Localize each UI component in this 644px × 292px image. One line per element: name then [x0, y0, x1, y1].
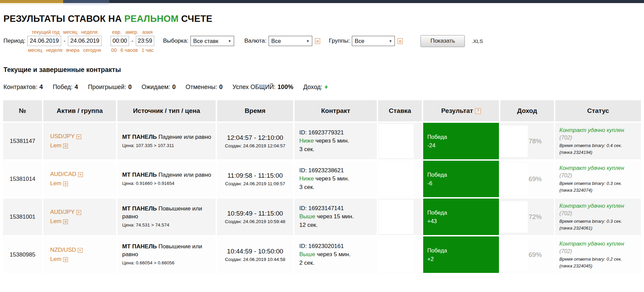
quick-link-eur-session[interactable]: евр. [112, 29, 122, 35]
stake-cover-box [378, 124, 414, 158]
direction: Выше [299, 213, 315, 220]
quick-link-week-top[interactable]: неделя [81, 29, 98, 35]
contract-id: ID: 16923020161 [299, 242, 377, 251]
quick-link-month-top[interactable]: месяц [63, 29, 77, 35]
groups-select[interactable]: Все ▼ [352, 36, 395, 46]
time-range: 10:59:49 - 11:15:00 [217, 210, 293, 217]
result-label: Победа [427, 246, 499, 255]
col-header-result: Результат? [423, 100, 499, 121]
status-cell: Контракт удачно куплен (702) Время ответ… [555, 123, 641, 159]
help-icon[interactable]: ? [475, 108, 481, 114]
result-value: -6 [427, 179, 499, 188]
col-header-income: Доход [500, 100, 554, 121]
group-list-icon[interactable]: ≡ [63, 144, 68, 148]
source-cell: МТ ПАНЕЛЬ Повышение или равно Цена: 74.5… [117, 199, 216, 235]
groups-list-icon[interactable]: ≡ [398, 38, 403, 44]
active-tab-bar [0, 0, 63, 3]
group-link[interactable]: Lem [50, 180, 61, 187]
time-inputs: - [111, 36, 154, 46]
contract-cell: ID: 16923779321 Ниже через 5 мин. 3 сек. [295, 123, 377, 159]
status-batch: (пачка 2324061) [559, 225, 641, 231]
date-from-input[interactable] [27, 36, 61, 46]
browser-frame-bar [109, 0, 644, 3]
contract-id: ID: 16923147141 [299, 204, 377, 213]
status-code: (702) [559, 172, 641, 179]
status-cell: Контракт удачно куплен (702) Время ответ… [555, 199, 641, 235]
source-name: МТ ПАНЕЛЬ [122, 134, 157, 140]
expand-plus-icon[interactable]: + [78, 248, 83, 253]
expand-plus-icon[interactable]: + [76, 134, 81, 139]
stat-wins: Побед:4 [53, 84, 78, 91]
price-range: Цена: 0.66054 > 0.66056 [122, 260, 212, 266]
group-link[interactable]: Lem [50, 256, 61, 262]
show-button[interactable]: Показать [420, 35, 465, 47]
status-link[interactable]: Контракт удачно куплен [559, 240, 641, 248]
quick-link-00[interactable]: 00 [111, 47, 117, 53]
result-cell: Победа -6 [423, 161, 499, 197]
status-link[interactable]: Контракт удачно куплен [559, 202, 641, 210]
date-to-input[interactable] [68, 36, 102, 46]
inactive-tab-bar [63, 0, 109, 3]
group-link[interactable]: Lem [50, 218, 61, 224]
quick-link-6hours[interactable]: 6 часов [120, 47, 138, 53]
group-list-icon[interactable]: ≡ [63, 181, 68, 186]
price-range: Цена: 107.335 > 107.311 [122, 143, 212, 149]
status-response-time: Время ответа binary: 0.3 сек. [559, 218, 641, 224]
date-quick-links-bottom: месяц неделя вчера сегодня [28, 47, 101, 53]
section-title: Текущие и завершенные контракты [3, 66, 644, 74]
currency-label: Валюта: [244, 38, 267, 44]
currency-list-icon[interactable]: ≡ [315, 38, 320, 44]
time-to-input[interactable] [136, 36, 154, 46]
direction: Выше [299, 251, 315, 258]
asset-link[interactable]: AUD/CAD [50, 171, 76, 177]
status-link[interactable]: Контракт удачно куплен [559, 164, 641, 172]
currency-select[interactable]: Все ▼ [269, 36, 312, 46]
source-cell: МТ ПАНЕЛЬ Падение или равно Цена: 0.9166… [117, 161, 216, 197]
asset-cell: AUD/CAD+ Lem≡ [43, 161, 116, 197]
title-pre: РЕЗУЛЬТАТЫ СТАВОК НА [3, 14, 122, 24]
income-cell: 72% [500, 199, 554, 235]
result-value: +43 [427, 217, 499, 225]
sample-label: Выборка: [163, 38, 188, 44]
quick-link-yesterday[interactable]: вчера [66, 47, 80, 53]
income-cell: 69% [500, 161, 554, 197]
time-quick-links-top: евр. амер. азия [112, 29, 153, 35]
quick-link-asia-session[interactable]: азия [142, 29, 153, 35]
quick-link-week[interactable]: неделя [46, 47, 62, 53]
asset-cell: AUD/JPY+ Lem≡ [43, 199, 116, 235]
result-cell: Победа +43 [423, 199, 499, 235]
contract-number: 15380985 [3, 236, 42, 273]
group-link[interactable]: Lem [50, 142, 61, 149]
sample-select[interactable]: Все ставк ▼ [190, 36, 234, 46]
quick-link-month[interactable]: месяц [28, 47, 42, 53]
status-link[interactable]: Контракт удачно куплен [559, 127, 641, 134]
group-list-icon[interactable]: ≡ [63, 219, 68, 224]
quick-link-today[interactable]: сегодня [83, 47, 101, 53]
result-value: -24 [427, 141, 499, 150]
time-from-input[interactable] [111, 36, 129, 46]
asset-link[interactable]: USD/JPY [50, 133, 75, 140]
contract-cell: ID: 16923238621 Ниже через 5 мин. 3 сек. [295, 161, 377, 197]
group-list-icon[interactable]: ≡ [63, 257, 68, 262]
chevron-down-icon: ▼ [389, 39, 392, 43]
contract-number: 15381014 [3, 161, 42, 197]
status-code: (702) [559, 248, 641, 255]
asset-cell: USD/JPY+ Lem≡ [43, 123, 116, 159]
currency-select-value: Все [271, 38, 281, 44]
quick-link-1hour[interactable]: 1 час [142, 47, 154, 53]
status-code: (702) [559, 134, 641, 142]
quick-link-amer-session[interactable]: амер. [125, 29, 138, 35]
chevron-down-icon: ▼ [228, 39, 231, 43]
asset-link[interactable]: AUD/JPY [50, 209, 75, 215]
stat-income: Доход:+ [303, 84, 328, 91]
period-label: Период: [3, 38, 25, 44]
asset-link[interactable]: NZD/USD [50, 247, 76, 253]
duration-seconds: 3 сек. [299, 183, 377, 192]
time-range: 11:09:58 - 11:15:00 [217, 172, 293, 179]
expand-plus-icon[interactable]: + [78, 172, 83, 177]
quick-link-current-year[interactable]: текущий год [32, 29, 60, 35]
direction: Ниже [299, 137, 314, 144]
expand-plus-icon[interactable]: + [76, 210, 81, 215]
table-row: 15381001 AUD/JPY+ Lem≡ МТ ПАНЕЛЬ Повышен… [3, 199, 641, 235]
xls-export-link[interactable]: .XLS [472, 38, 483, 44]
